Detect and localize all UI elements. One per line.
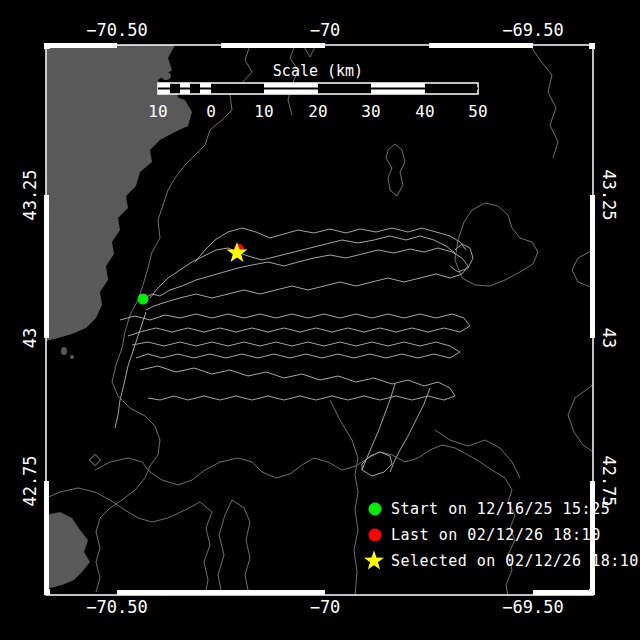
island xyxy=(70,355,74,359)
track-map-window: Scale (km) 10 0 10 20 30 40 50 xyxy=(0,0,640,640)
legend-label-start: Start on 12/16/25 15:25 xyxy=(391,500,610,518)
lon-label-top: −69.50 xyxy=(502,20,563,40)
lon-label-top: −70.50 xyxy=(86,20,147,40)
legend-item-start: Start on 12/16/25 15:25 xyxy=(369,500,611,518)
scale-tick-label: 10 xyxy=(254,102,273,121)
map-legend: Start on 12/16/25 15:25 Last on 02/12/26… xyxy=(364,500,639,570)
legend-item-selected: Selected on 02/12/26 18:10 xyxy=(364,551,639,570)
lon-label-top: −70 xyxy=(310,20,341,40)
island xyxy=(61,347,67,355)
island xyxy=(161,72,171,80)
lon-label-bottom: −70 xyxy=(310,597,341,617)
scale-tick-label: 50 xyxy=(468,102,487,121)
scale-bar-title: Scale (km) xyxy=(273,62,363,80)
scale-tick-label: 0 xyxy=(206,102,216,121)
map-canvas[interactable]: Scale (km) 10 0 10 20 30 40 50 xyxy=(0,0,640,640)
lat-label-left: 43.25 xyxy=(20,169,40,220)
scale-tick-label: 10 xyxy=(148,102,167,121)
lat-label-left: 43 xyxy=(20,328,40,348)
scale-tick-label: 30 xyxy=(361,102,380,121)
lat-label-right: 43 xyxy=(599,328,619,348)
lon-label-bottom: −70.50 xyxy=(86,597,147,617)
legend-label-last: Last on 02/12/26 18:10 xyxy=(391,526,601,544)
legend-label-selected: Selected on 02/12/26 18:10 xyxy=(391,552,639,570)
start-position-marker[interactable] xyxy=(138,294,149,305)
scale-tick-label: 20 xyxy=(308,102,327,121)
start-legend-circle-icon xyxy=(369,503,382,516)
scale-tick-label: 40 xyxy=(415,102,434,121)
lat-label-left: 42.75 xyxy=(20,455,40,506)
lat-label-right: 43.25 xyxy=(599,169,619,220)
lon-label-bottom: −69.50 xyxy=(502,597,563,617)
legend-item-last: Last on 02/12/26 18:10 xyxy=(369,526,601,544)
lat-label-right: 42.75 xyxy=(599,455,619,506)
last-legend-circle-icon xyxy=(369,529,382,542)
